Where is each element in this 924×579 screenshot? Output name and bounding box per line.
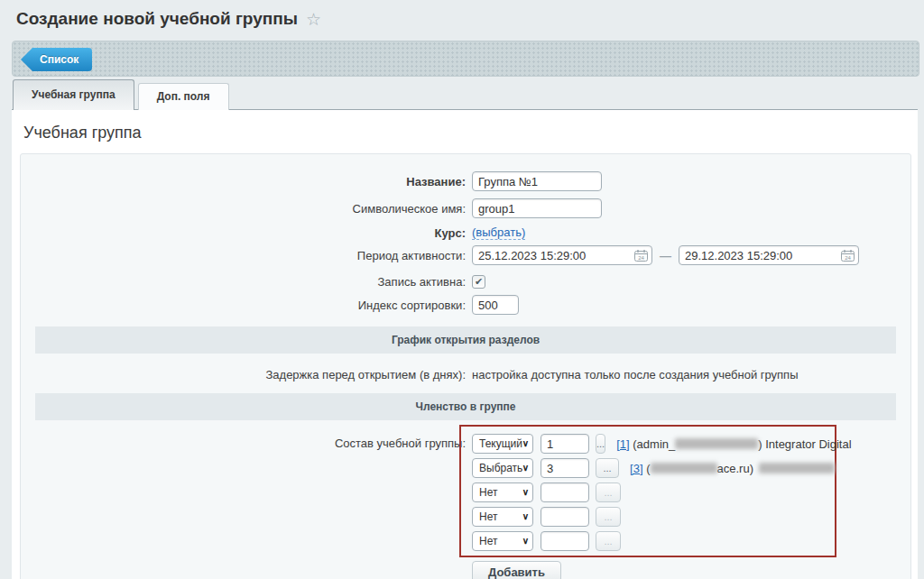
member-id-input[interactable] — [541, 531, 589, 551]
tab-study-group[interactable]: Учебная группа — [13, 79, 134, 110]
calendar-icon[interactable]: 24 — [634, 249, 648, 262]
course-select-link[interactable]: (выбрать) — [472, 225, 525, 240]
form-section-title: Учебная группа — [23, 124, 918, 142]
svg-text:24: 24 — [638, 255, 644, 261]
members-label: Состав учебной группы: — [21, 425, 472, 450]
delay-label: Задержка перед открытием (в днях): — [21, 364, 472, 381]
add-member-button[interactable]: Добавить — [472, 561, 561, 579]
member-row: Нет ∨ ... — [472, 482, 835, 502]
period-to-input[interactable] — [679, 245, 859, 265]
member-pick-button[interactable]: ... — [596, 507, 621, 527]
page-title: Создание новой учебной группы — [16, 9, 298, 29]
back-to-list-button[interactable]: Список — [21, 48, 92, 71]
course-label: Курс: — [21, 225, 472, 240]
svg-text:24: 24 — [845, 255, 851, 261]
field-row-delay: Задержка перед открытием (в днях): настр… — [21, 364, 910, 381]
delay-note: настройка доступна только после создания… — [472, 364, 799, 381]
member-id-input[interactable] — [541, 507, 589, 527]
page-header: Создание новой учебной группы ☆ — [16, 9, 321, 29]
member-pick-button[interactable]: ... — [596, 531, 621, 551]
member-info: [3] (ace.ru) — [630, 462, 835, 475]
period-separator: — — [660, 249, 671, 262]
field-row-name: Название: — [21, 171, 910, 191]
member-mode-select[interactable]: Выбрать ∨ — [472, 458, 533, 478]
chevron-down-icon: ∨ — [522, 532, 529, 550]
code-label: Символическое имя: — [21, 198, 472, 216]
field-row-code: Символическое имя: — [21, 198, 910, 218]
sort-input[interactable] — [472, 295, 519, 315]
member-row: Текущий ∨ ... [1] (admin_) Integrator Di… — [472, 434, 835, 454]
main-content: Учебная группа Название: Символическое и… — [12, 110, 918, 579]
member-pick-button[interactable]: ... — [596, 434, 605, 454]
period-from-input[interactable] — [472, 245, 652, 265]
member-row: Выбрать ∨ ... [3] (ace.ru) — [472, 458, 835, 478]
member-pick-button[interactable]: ... — [596, 458, 619, 478]
member-pick-button[interactable]: ... — [596, 482, 621, 502]
member-id-input[interactable] — [541, 482, 589, 502]
field-row-members: Состав учебной группы: Текущий ∨ ... [1]… — [21, 425, 910, 579]
chevron-down-icon: ∨ — [522, 435, 529, 453]
member-ref-link[interactable]: [3] — [630, 462, 642, 475]
chevron-down-icon: ∨ — [522, 508, 529, 526]
member-row: Нет ∨ ... — [472, 531, 835, 551]
name-label: Название: — [21, 171, 472, 188]
member-id-input[interactable] — [541, 458, 589, 478]
period-label: Период активности: — [21, 245, 472, 262]
member-mode-select[interactable]: Текущий ∨ — [472, 434, 533, 454]
member-ref-link[interactable]: [1] — [616, 437, 629, 451]
members-highlight-box: Текущий ∨ ... [1] (admin_) Integrator Di… — [459, 425, 836, 557]
sort-label: Индекс сортировки: — [21, 295, 472, 312]
active-checkbox[interactable]: ✔ — [472, 275, 485, 289]
code-input[interactable] — [472, 198, 602, 218]
tab-bar: Учебная группа Доп. поля — [13, 79, 229, 110]
field-row-course: Курс: (выбрать) — [21, 225, 910, 240]
toolbar: Список — [12, 41, 919, 77]
name-input[interactable] — [472, 171, 602, 191]
favorite-star-icon[interactable]: ☆ — [306, 11, 321, 28]
member-row: Нет ∨ ... — [472, 507, 835, 527]
member-id-input[interactable] — [541, 434, 589, 454]
member-mode-select[interactable]: Нет ∨ — [472, 507, 533, 527]
calendar-icon[interactable]: 24 — [841, 249, 855, 262]
field-row-period: Период активности: 24 — — [21, 245, 910, 265]
member-mode-select[interactable]: Нет ∨ — [472, 482, 533, 502]
redacted-text — [675, 438, 758, 449]
form-panel: Название: Символическое имя: Курс: (выбр… — [20, 153, 911, 579]
tab-extra-fields[interactable]: Доп. поля — [138, 83, 229, 110]
redacted-text — [651, 463, 717, 473]
active-label: Запись активна: — [21, 272, 472, 289]
redacted-text — [759, 463, 835, 473]
field-row-active: Запись активна: ✔ — [21, 272, 910, 289]
section-header-schedule: График открытия разделов — [35, 326, 896, 354]
section-header-membership: Членство в группе — [35, 393, 896, 420]
member-mode-select[interactable]: Нет ∨ — [472, 531, 533, 551]
chevron-down-icon: ∨ — [522, 459, 529, 477]
field-row-sort: Индекс сортировки: — [21, 295, 910, 315]
check-icon: ✔ — [475, 276, 483, 288]
chevron-down-icon: ∨ — [522, 483, 529, 501]
member-info: [1] (admin_) Integrator Digital — [616, 437, 851, 451]
